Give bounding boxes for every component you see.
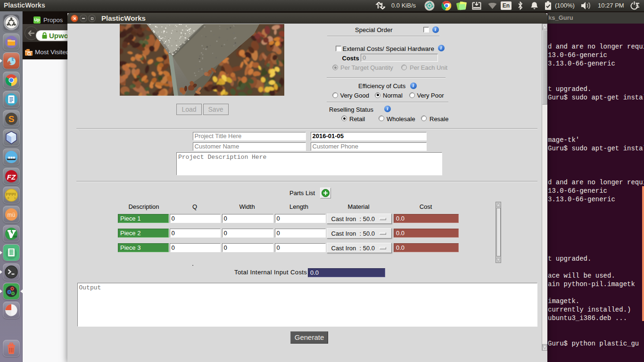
- svg-text:im: im: [13, 234, 17, 239]
- svg-text:mü: mü: [8, 212, 16, 218]
- svg-text:FZ: FZ: [7, 173, 16, 181]
- svg-text:S: S: [8, 114, 15, 124]
